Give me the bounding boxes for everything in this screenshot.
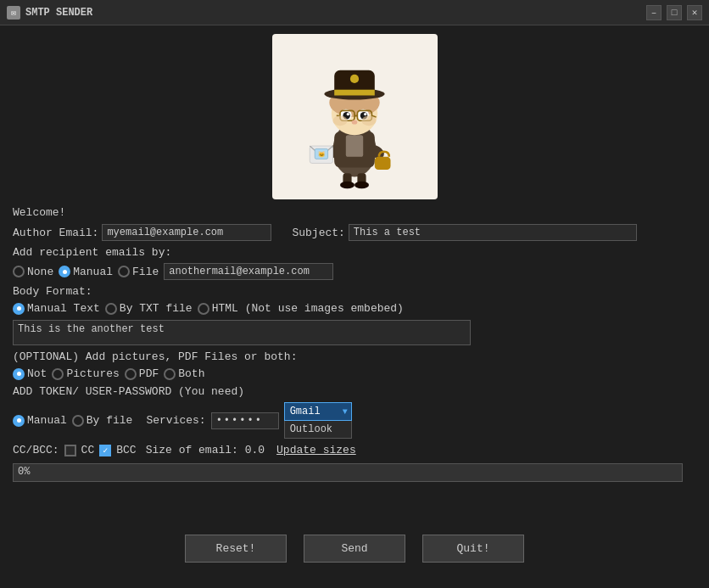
- token-file-label: By file: [87, 414, 133, 427]
- attach-pictures-label: Pictures: [66, 367, 119, 380]
- svg-point-32: [340, 181, 354, 188]
- send-button[interactable]: Send: [304, 535, 405, 563]
- window-controls: – □ ✕: [646, 5, 702, 20]
- attach-radio-group: Not Pictures PDF Both: [13, 367, 696, 380]
- quit-button[interactable]: Quit!: [422, 535, 524, 563]
- recipient-file-radio[interactable]: [118, 266, 130, 277]
- bcc-checkbox[interactable]: [99, 445, 111, 456]
- body-txt-radio[interactable]: [105, 303, 117, 315]
- token-label: ADD TOKEN/ USER-PASSWORD (You need): [13, 385, 696, 398]
- attach-not-radio[interactable]: [13, 368, 25, 380]
- body-format-radio-group: Manual Text By TXT file HTML (Not use im…: [13, 302, 696, 315]
- svg-point-15: [364, 112, 366, 115]
- body-txt-label: By TXT file: [120, 302, 193, 315]
- svg-point-9: [350, 74, 359, 82]
- token-row: Manual By file Services: Gmail ▼ Outlook: [13, 402, 696, 439]
- body-text-row: This is the another test: [13, 320, 696, 345]
- token-password-input[interactable]: [211, 412, 279, 429]
- svg-point-33: [354, 181, 369, 188]
- recipient-email-input[interactable]: [164, 263, 333, 280]
- update-sizes-button[interactable]: Update sizes: [276, 444, 356, 456]
- service-selected-label: Gmail: [290, 406, 321, 417]
- mascot-image: 🐱: [272, 34, 438, 199]
- app-icon: ✉: [7, 6, 20, 20]
- reset-button[interactable]: Reset!: [185, 535, 287, 563]
- token-manual-radio[interactable]: [13, 415, 25, 427]
- service-dropdown[interactable]: Gmail ▼ Outlook: [284, 402, 352, 439]
- attach-pictures-radio[interactable]: [52, 368, 64, 380]
- app-title: SMTP SENDER: [25, 7, 646, 19]
- cc-bcc-row: CC/BCC: CC BCC Size of email: 0.0 Update…: [13, 444, 696, 456]
- progress-text: 0%: [18, 466, 30, 478]
- welcome-text: Welcome!: [13, 206, 696, 219]
- body-txt-option[interactable]: By TXT file: [105, 302, 193, 315]
- author-label: Author Email:: [13, 227, 98, 239]
- bcc-label: BCC: [116, 444, 136, 456]
- cc-bcc-label: CC/BCC:: [13, 444, 59, 456]
- recipient-manual-option[interactable]: Manual: [59, 266, 113, 278]
- recipient-none-option[interactable]: None: [13, 266, 53, 278]
- recipient-radio-group: None Manual File: [13, 263, 696, 280]
- progress-bar-container: 0%: [13, 463, 683, 482]
- titlebar: ✉ SMTP SENDER – □ ✕: [0, 0, 709, 25]
- body-html-option[interactable]: HTML (Not use images embebed): [198, 302, 404, 315]
- minimize-button[interactable]: –: [646, 5, 662, 20]
- close-button[interactable]: ✕: [687, 5, 702, 20]
- cc-label: CC: [81, 444, 95, 456]
- attach-pictures-option[interactable]: Pictures: [52, 367, 119, 380]
- svg-rect-8: [334, 89, 375, 95]
- recipient-manual-radio[interactable]: [59, 266, 70, 277]
- body-html-radio[interactable]: [198, 303, 209, 315]
- body-manual-radio[interactable]: [13, 303, 25, 315]
- svg-text:🐱: 🐱: [318, 149, 326, 157]
- body-textarea[interactable]: This is the another test: [13, 320, 471, 345]
- svg-rect-29: [375, 156, 391, 169]
- recipient-none-label: None: [27, 266, 53, 278]
- recipient-manual-label: Manual: [73, 266, 113, 278]
- main-content: 🐱 Welcome! Author Email: Subject: Add re…: [0, 25, 709, 588]
- recipient-none-radio[interactable]: [13, 266, 25, 277]
- body-manual-option[interactable]: Manual Text: [13, 302, 100, 315]
- attach-not-option[interactable]: Not: [13, 367, 47, 380]
- services-label: Services:: [146, 414, 205, 427]
- outlook-option[interactable]: Outlook: [284, 421, 352, 439]
- mascot-svg: 🐱: [282, 45, 427, 189]
- logo-area: 🐱: [13, 34, 696, 199]
- token-manual-option[interactable]: Manual: [13, 414, 67, 427]
- attach-both-option[interactable]: Both: [164, 367, 204, 380]
- subject-input[interactable]: [349, 224, 637, 241]
- svg-point-23: [362, 115, 377, 126]
- recipient-file-option[interactable]: File: [118, 266, 159, 278]
- size-label: Size of email: 0.0: [146, 444, 265, 456]
- svg-point-21: [352, 120, 358, 124]
- body-manual-label: Manual Text: [27, 302, 100, 315]
- attach-pdf-option[interactable]: PDF: [125, 367, 159, 380]
- svg-rect-3: [346, 135, 363, 157]
- svg-point-14: [347, 112, 349, 115]
- attach-pdf-label: PDF: [139, 367, 159, 380]
- body-format-label: Body Format:: [13, 285, 696, 298]
- svg-point-22: [333, 115, 348, 126]
- attach-not-label: Not: [27, 367, 47, 380]
- token-file-radio[interactable]: [72, 415, 84, 427]
- cc-checkbox[interactable]: [64, 445, 76, 456]
- maximize-button[interactable]: □: [667, 5, 682, 20]
- recipients-label: Add recipient emails by:: [13, 246, 696, 259]
- author-subject-row: Author Email: Subject:: [13, 224, 696, 241]
- buttons-area: Reset! Send Quit!: [13, 482, 696, 580]
- dropdown-arrow-icon: ▼: [343, 407, 348, 417]
- token-file-option[interactable]: By file: [72, 414, 133, 427]
- attach-both-label: Both: [178, 367, 204, 380]
- attach-both-radio[interactable]: [164, 368, 176, 380]
- token-manual-label: Manual: [27, 414, 67, 427]
- optional-label: (OPTIONAL) Add pictures, PDF Files or bo…: [13, 350, 696, 363]
- author-email-input[interactable]: [102, 224, 271, 241]
- subject-label: Subject:: [292, 227, 344, 239]
- attach-pdf-radio[interactable]: [125, 368, 137, 380]
- body-html-label: HTML (Not use images embebed): [212, 302, 404, 315]
- recipient-file-label: File: [132, 266, 159, 278]
